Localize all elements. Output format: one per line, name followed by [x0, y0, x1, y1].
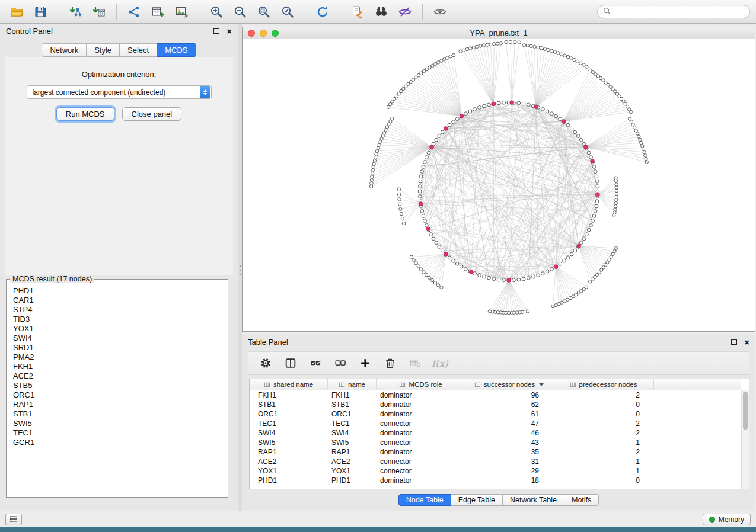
new-network-button[interactable] [123, 3, 145, 21]
network-graph[interactable] [243, 39, 755, 331]
float-table-panel-icon[interactable] [731, 339, 737, 345]
save-button[interactable] [30, 3, 51, 21]
zoom-fit-button[interactable] [253, 3, 275, 21]
table-row[interactable]: SWI5SWI5connector431 [250, 438, 741, 447]
table-row[interactable]: ACE2ACE2connector311 [250, 457, 741, 466]
table-row[interactable]: STB1STB1dominator620 [250, 400, 741, 409]
table-row[interactable]: TEC1TEC1connector472 [250, 419, 741, 428]
hide-annotations-button[interactable] [394, 3, 416, 21]
table-row[interactable]: PHD1PHD1dominator180 [250, 476, 741, 485]
table-row[interactable]: ORC1ORC1dominator610 [250, 409, 741, 419]
run-mcds-button[interactable]: Run MCDS [56, 107, 114, 121]
mcds-result-item[interactable]: GCR1 [13, 438, 221, 447]
tab-mcds[interactable]: MCDS [157, 43, 196, 57]
zoom-in-button[interactable] [206, 3, 227, 21]
table-panel-header: Table Panel × [242, 335, 755, 348]
cell-shared-name: TEC1 [250, 419, 328, 428]
table-row[interactable]: SWI4SWI4dominator462 [250, 428, 741, 438]
tab-network-table[interactable]: Network Table [503, 494, 564, 506]
mcds-result-item[interactable]: ACE2 [13, 371, 221, 381]
share-document-button[interactable] [347, 3, 368, 21]
columns-button[interactable] [282, 354, 299, 372]
scrollbar-thumb[interactable] [743, 392, 748, 430]
network-canvas[interactable] [243, 39, 755, 331]
panel-menu-button[interactable] [5, 514, 22, 525]
function-builder-button: f(x) [431, 354, 449, 372]
column-header-filler [654, 379, 741, 390]
mcds-result-item[interactable]: PMA2 [13, 352, 221, 362]
refresh-button[interactable] [312, 3, 333, 21]
cell-name: YOX1 [328, 467, 377, 475]
mcds-result-list[interactable]: PHD1CAR1STP4TID3YOX1SWI4SRD1PMA2FKH1ACE2… [8, 284, 227, 496]
close-panel-button[interactable]: Close panel [122, 107, 182, 121]
cell-mcds-role: dominator [377, 429, 465, 437]
search-network-button[interactable] [371, 3, 392, 21]
delete-row-icon [384, 357, 397, 370]
mcds-result-item[interactable]: TEC1 [13, 428, 221, 438]
mcds-result-item[interactable]: PHD1 [13, 286, 221, 296]
hide-annotations-icon [398, 5, 412, 19]
zoom-selected-icon [280, 5, 295, 19]
toolbar-separator [116, 4, 117, 20]
memory-button[interactable]: Memory [703, 514, 751, 525]
tab-style[interactable]: Style [87, 43, 120, 57]
table-row[interactable]: FKH1FKH1dominator962 [250, 390, 741, 400]
float-panel-icon[interactable] [213, 28, 219, 34]
cell-predecessor-nodes: 1 [553, 457, 654, 466]
optimization-criterion-dropdown[interactable]: largest connected component (undirected) [27, 85, 212, 99]
column-header-name[interactable]: name [328, 379, 377, 390]
close-table-panel-icon[interactable]: × [744, 339, 749, 345]
new-table-button[interactable] [147, 3, 168, 21]
mcds-result-item[interactable]: RAP1 [13, 400, 221, 409]
column-header-MCDS-role[interactable]: MCDS role [377, 379, 465, 390]
search-field[interactable] [597, 5, 750, 18]
export-image-button[interactable] [171, 3, 192, 21]
tab-network[interactable]: Network [42, 43, 87, 57]
tab-select[interactable]: Select [120, 43, 157, 57]
mcds-result-item[interactable]: YOX1 [13, 324, 221, 334]
mcds-result-item[interactable]: CAR1 [13, 296, 221, 305]
mcds-result-item[interactable]: STB5 [13, 381, 221, 390]
select-all-button[interactable] [307, 354, 324, 372]
column-header-shared-name[interactable]: shared name [250, 379, 328, 390]
mcds-result-item[interactable]: TID3 [13, 315, 221, 324]
mcds-result-item[interactable]: FKH1 [13, 362, 221, 371]
import-network-button[interactable] [65, 3, 86, 21]
cell-mcds-role: connector [377, 457, 465, 466]
show-graphics-button[interactable] [429, 3, 451, 21]
mcds-result-item[interactable]: SRD1 [13, 343, 221, 352]
tab-motifs[interactable]: Motifs [564, 494, 599, 506]
cell-predecessor-nodes: 2 [553, 391, 654, 399]
mcds-result-item[interactable]: SWI5 [13, 419, 221, 428]
import-table-button[interactable] [88, 3, 110, 21]
columns-icon [284, 357, 297, 370]
hide-table-icon [409, 357, 422, 370]
search-input[interactable] [614, 8, 744, 16]
gear-button[interactable] [257, 354, 275, 372]
network-window-titlebar[interactable]: YPA_prune.txt_1 [243, 27, 755, 39]
table-row[interactable]: YOX1YOX1connector291 [250, 466, 741, 476]
mcds-result-item[interactable]: SWI4 [13, 334, 221, 343]
tab-node-table[interactable]: Node Table [398, 494, 451, 506]
zoom-fit-icon [257, 5, 271, 19]
mcds-result-item[interactable]: STB1 [13, 409, 221, 419]
zoom-selected-button[interactable] [277, 3, 298, 21]
column-header-predecessor-nodes[interactable]: predecessor nodes [553, 379, 654, 390]
delete-row-button[interactable] [381, 354, 399, 372]
tab-edge-table[interactable]: Edge Table [451, 494, 503, 506]
control-panel: Control Panel × NetworkStyleSelectMCDS O… [0, 24, 238, 511]
mcds-result-item[interactable]: ORC1 [13, 390, 221, 400]
add-row-button[interactable] [356, 354, 374, 372]
table-row[interactable]: RAP1RAP1dominator352 [250, 447, 741, 457]
refresh-icon [315, 5, 330, 19]
open-folder-button[interactable] [6, 3, 27, 21]
application-window: Control Panel × NetworkStyleSelectMCDS O… [0, 0, 756, 527]
column-header-successor-nodes[interactable]: successor nodes [465, 379, 553, 390]
mcds-result-item[interactable]: STP4 [13, 305, 221, 315]
zoom-out-button[interactable] [229, 3, 251, 21]
close-panel-icon[interactable]: × [227, 28, 232, 34]
cell-predecessor-nodes: 2 [553, 419, 654, 428]
select-all-icon [309, 357, 322, 370]
table-scrollbar[interactable] [741, 390, 749, 489]
clear-selection-button[interactable] [331, 354, 349, 372]
